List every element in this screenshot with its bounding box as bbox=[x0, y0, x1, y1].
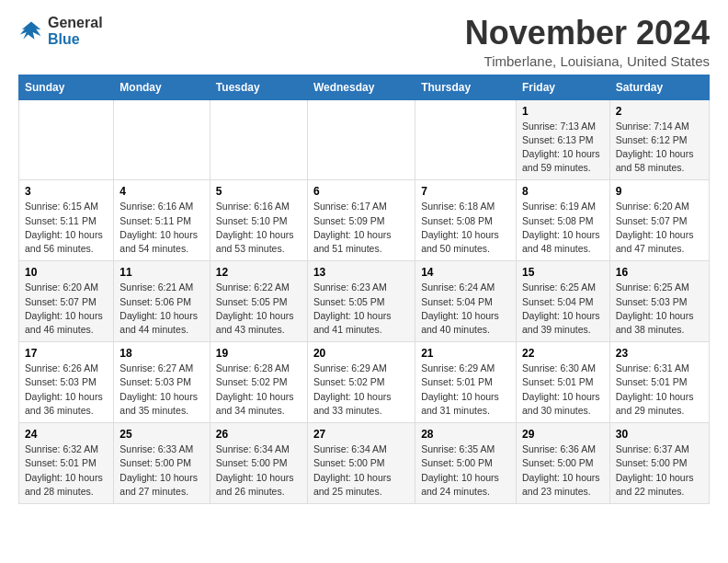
day-number: 7 bbox=[421, 185, 510, 198]
day-info: Sunrise: 6:29 AM Sunset: 5:02 PM Dayligh… bbox=[313, 362, 409, 418]
day-number: 16 bbox=[616, 266, 703, 279]
calendar-cell: 28Sunrise: 6:35 AM Sunset: 5:00 PM Dayli… bbox=[415, 423, 517, 504]
day-number: 15 bbox=[522, 266, 604, 279]
calendar-cell bbox=[114, 99, 210, 180]
header-row: Sunday Monday Tuesday Wednesday Thursday… bbox=[19, 75, 710, 99]
calendar-cell: 29Sunrise: 6:36 AM Sunset: 5:00 PM Dayli… bbox=[516, 423, 609, 504]
day-number: 3 bbox=[25, 185, 108, 198]
day-number: 23 bbox=[616, 347, 703, 360]
day-number: 26 bbox=[216, 428, 301, 441]
title-area: November 2024 Timberlane, Louisiana, Uni… bbox=[465, 15, 710, 69]
calendar-cell: 12Sunrise: 6:22 AM Sunset: 5:05 PM Dayli… bbox=[210, 261, 307, 342]
calendar-cell: 18Sunrise: 6:27 AM Sunset: 5:03 PM Dayli… bbox=[114, 342, 210, 423]
calendar-cell: 19Sunrise: 6:28 AM Sunset: 5:02 PM Dayli… bbox=[210, 342, 307, 423]
calendar-cell: 21Sunrise: 6:29 AM Sunset: 5:01 PM Dayli… bbox=[415, 342, 517, 423]
day-number: 30 bbox=[616, 428, 703, 441]
day-info: Sunrise: 6:37 AM Sunset: 5:00 PM Dayligh… bbox=[616, 442, 703, 499]
day-info: Sunrise: 6:17 AM Sunset: 5:09 PM Dayligh… bbox=[313, 200, 409, 256]
calendar-week-1: 1Sunrise: 7:13 AM Sunset: 6:13 PM Daylig… bbox=[19, 99, 710, 180]
calendar-cell: 9Sunrise: 6:20 AM Sunset: 5:07 PM Daylig… bbox=[609, 180, 709, 261]
day-number: 1 bbox=[522, 105, 604, 118]
day-info: Sunrise: 7:14 AM Sunset: 6:12 PM Dayligh… bbox=[616, 120, 703, 176]
day-info: Sunrise: 6:28 AM Sunset: 5:02 PM Dayligh… bbox=[216, 362, 301, 418]
day-info: Sunrise: 6:23 AM Sunset: 5:05 PM Dayligh… bbox=[313, 281, 409, 337]
logo: General Blue bbox=[18, 15, 103, 49]
day-number: 11 bbox=[119, 266, 204, 279]
day-info: Sunrise: 6:18 AM Sunset: 5:08 PM Dayligh… bbox=[421, 200, 510, 256]
day-number: 27 bbox=[313, 428, 409, 441]
day-info: Sunrise: 6:22 AM Sunset: 5:05 PM Dayligh… bbox=[216, 281, 301, 337]
day-number: 28 bbox=[421, 428, 510, 441]
day-number: 25 bbox=[119, 428, 204, 441]
calendar-cell: 3Sunrise: 6:15 AM Sunset: 5:11 PM Daylig… bbox=[19, 180, 114, 261]
calendar-cell: 16Sunrise: 6:25 AM Sunset: 5:03 PM Dayli… bbox=[609, 261, 709, 342]
col-saturday: Saturday bbox=[609, 75, 709, 99]
day-info: Sunrise: 6:24 AM Sunset: 5:04 PM Dayligh… bbox=[421, 281, 510, 337]
calendar-cell: 22Sunrise: 6:30 AM Sunset: 5:01 PM Dayli… bbox=[516, 342, 609, 423]
calendar-cell: 5Sunrise: 6:16 AM Sunset: 5:10 PM Daylig… bbox=[210, 180, 307, 261]
col-monday: Monday bbox=[114, 75, 210, 99]
day-info: Sunrise: 6:16 AM Sunset: 5:10 PM Dayligh… bbox=[216, 200, 301, 256]
col-sunday: Sunday bbox=[19, 75, 114, 99]
calendar-cell: 30Sunrise: 6:37 AM Sunset: 5:00 PM Dayli… bbox=[609, 423, 709, 504]
calendar-cell: 10Sunrise: 6:20 AM Sunset: 5:07 PM Dayli… bbox=[19, 261, 114, 342]
calendar-cell: 1Sunrise: 7:13 AM Sunset: 6:13 PM Daylig… bbox=[516, 99, 609, 180]
calendar-cell: 15Sunrise: 6:25 AM Sunset: 5:04 PM Dayli… bbox=[516, 261, 609, 342]
logo-text: General Blue bbox=[48, 15, 103, 49]
calendar-header: Sunday Monday Tuesday Wednesday Thursday… bbox=[19, 75, 710, 99]
calendar-week-2: 3Sunrise: 6:15 AM Sunset: 5:11 PM Daylig… bbox=[19, 180, 710, 261]
day-number: 14 bbox=[421, 266, 510, 279]
calendar-cell: 27Sunrise: 6:34 AM Sunset: 5:00 PM Dayli… bbox=[307, 423, 415, 504]
calendar-cell bbox=[307, 99, 415, 180]
col-friday: Friday bbox=[516, 75, 609, 99]
calendar-cell bbox=[415, 99, 517, 180]
day-number: 6 bbox=[313, 185, 409, 198]
day-info: Sunrise: 6:33 AM Sunset: 5:00 PM Dayligh… bbox=[119, 442, 204, 499]
calendar-cell: 14Sunrise: 6:24 AM Sunset: 5:04 PM Dayli… bbox=[415, 261, 517, 342]
logo-icon bbox=[18, 18, 44, 44]
day-number: 18 bbox=[119, 347, 204, 360]
col-thursday: Thursday bbox=[415, 75, 517, 99]
day-info: Sunrise: 6:29 AM Sunset: 5:01 PM Dayligh… bbox=[421, 362, 510, 418]
calendar-cell: 24Sunrise: 6:32 AM Sunset: 5:01 PM Dayli… bbox=[19, 423, 114, 504]
day-number: 10 bbox=[25, 266, 108, 279]
day-number: 8 bbox=[522, 185, 604, 198]
day-info: Sunrise: 6:34 AM Sunset: 5:00 PM Dayligh… bbox=[313, 442, 409, 499]
day-number: 9 bbox=[616, 185, 703, 198]
day-info: Sunrise: 6:32 AM Sunset: 5:01 PM Dayligh… bbox=[25, 442, 108, 499]
day-info: Sunrise: 6:20 AM Sunset: 5:07 PM Dayligh… bbox=[25, 281, 108, 337]
calendar-cell: 26Sunrise: 6:34 AM Sunset: 5:00 PM Dayli… bbox=[210, 423, 307, 504]
calendar-cell: 20Sunrise: 6:29 AM Sunset: 5:02 PM Dayli… bbox=[307, 342, 415, 423]
day-info: Sunrise: 6:21 AM Sunset: 5:06 PM Dayligh… bbox=[119, 281, 204, 337]
day-number: 4 bbox=[119, 185, 204, 198]
calendar-cell: 23Sunrise: 6:31 AM Sunset: 5:01 PM Dayli… bbox=[609, 342, 709, 423]
calendar-week-5: 24Sunrise: 6:32 AM Sunset: 5:01 PM Dayli… bbox=[19, 423, 710, 504]
day-info: Sunrise: 6:36 AM Sunset: 5:00 PM Dayligh… bbox=[522, 442, 604, 499]
header: General Blue November 2024 Timberlane, L… bbox=[18, 15, 710, 69]
calendar-cell: 7Sunrise: 6:18 AM Sunset: 5:08 PM Daylig… bbox=[415, 180, 517, 261]
day-info: Sunrise: 6:26 AM Sunset: 5:03 PM Dayligh… bbox=[25, 362, 108, 418]
day-number: 2 bbox=[616, 105, 703, 118]
calendar-cell: 4Sunrise: 6:16 AM Sunset: 5:11 PM Daylig… bbox=[114, 180, 210, 261]
calendar-cell: 6Sunrise: 6:17 AM Sunset: 5:09 PM Daylig… bbox=[307, 180, 415, 261]
calendar-cell: 2Sunrise: 7:14 AM Sunset: 6:12 PM Daylig… bbox=[609, 99, 709, 180]
calendar-cell bbox=[210, 99, 307, 180]
calendar-cell: 17Sunrise: 6:26 AM Sunset: 5:03 PM Dayli… bbox=[19, 342, 114, 423]
day-info: Sunrise: 6:20 AM Sunset: 5:07 PM Dayligh… bbox=[616, 200, 703, 256]
day-number: 12 bbox=[216, 266, 301, 279]
day-info: Sunrise: 6:30 AM Sunset: 5:01 PM Dayligh… bbox=[522, 362, 604, 418]
day-number: 29 bbox=[522, 428, 604, 441]
calendar-cell: 25Sunrise: 6:33 AM Sunset: 5:00 PM Dayli… bbox=[114, 423, 210, 504]
location-title: Timberlane, Louisiana, United States bbox=[465, 53, 710, 69]
calendar-table: Sunday Monday Tuesday Wednesday Thursday… bbox=[18, 75, 710, 504]
svg-marker-0 bbox=[20, 22, 41, 40]
calendar-week-4: 17Sunrise: 6:26 AM Sunset: 5:03 PM Dayli… bbox=[19, 342, 710, 423]
calendar-cell: 8Sunrise: 6:19 AM Sunset: 5:08 PM Daylig… bbox=[516, 180, 609, 261]
day-info: Sunrise: 6:31 AM Sunset: 5:01 PM Dayligh… bbox=[616, 362, 703, 418]
day-number: 17 bbox=[25, 347, 108, 360]
day-number: 24 bbox=[25, 428, 108, 441]
col-tuesday: Tuesday bbox=[210, 75, 307, 99]
day-number: 5 bbox=[216, 185, 301, 198]
day-info: Sunrise: 6:25 AM Sunset: 5:03 PM Dayligh… bbox=[616, 281, 703, 337]
month-title: November 2024 bbox=[465, 15, 710, 52]
